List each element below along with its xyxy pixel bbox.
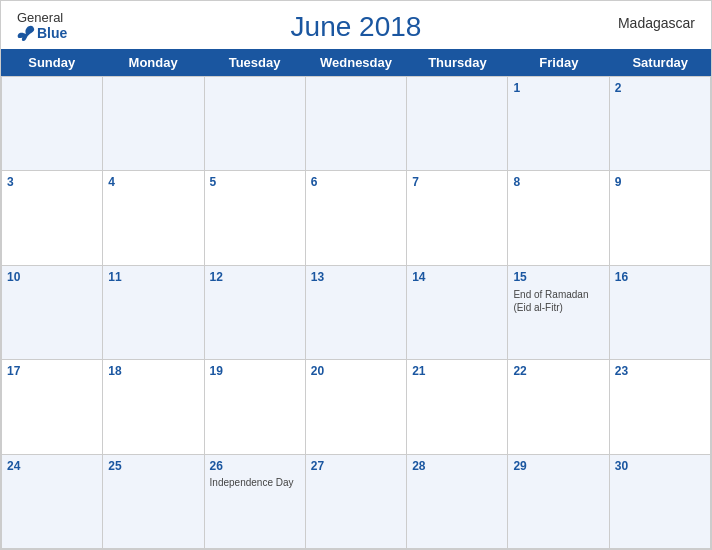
table-row: 27 [306, 455, 407, 549]
cell-date: 16 [615, 269, 705, 286]
day-header-sunday: Sunday [1, 49, 102, 76]
day-header-wednesday: Wednesday [305, 49, 406, 76]
table-row: 2 [610, 77, 711, 171]
cell-date: 23 [615, 363, 705, 380]
cell-date: 4 [108, 174, 198, 191]
cell-date: 12 [210, 269, 300, 286]
cell-date: 21 [412, 363, 502, 380]
day-header-friday: Friday [508, 49, 609, 76]
calendar-grid: 123456789101112131415End of Ramadan (Eid… [1, 76, 711, 549]
calendar-header: General Blue June 2018 Madagascar [1, 1, 711, 49]
table-row: 12 [205, 266, 306, 360]
table-row: 26Independence Day [205, 455, 306, 549]
day-header-monday: Monday [102, 49, 203, 76]
cell-date: 30 [615, 458, 705, 475]
calendar-title: June 2018 [291, 11, 422, 43]
cell-date: 28 [412, 458, 502, 475]
table-row: 17 [2, 360, 103, 454]
table-row [2, 77, 103, 171]
day-header-tuesday: Tuesday [204, 49, 305, 76]
table-row: 13 [306, 266, 407, 360]
table-row: 10 [2, 266, 103, 360]
table-row: 8 [508, 171, 609, 265]
cell-date: 10 [7, 269, 97, 286]
table-row [103, 77, 204, 171]
cell-date: 13 [311, 269, 401, 286]
cell-date: 6 [311, 174, 401, 191]
logo-general-text: General [17, 11, 63, 25]
table-row: 4 [103, 171, 204, 265]
cell-date: 27 [311, 458, 401, 475]
logo-bird-icon [17, 25, 35, 41]
cell-date: 15 [513, 269, 603, 286]
table-row [205, 77, 306, 171]
table-row: 3 [2, 171, 103, 265]
table-row: 6 [306, 171, 407, 265]
cell-date: 3 [7, 174, 97, 191]
cell-date: 20 [311, 363, 401, 380]
day-header-thursday: Thursday [407, 49, 508, 76]
table-row: 19 [205, 360, 306, 454]
cell-date: 24 [7, 458, 97, 475]
logo: General Blue [17, 11, 67, 41]
table-row: 7 [407, 171, 508, 265]
table-row: 5 [205, 171, 306, 265]
cell-date: 5 [210, 174, 300, 191]
cell-date: 25 [108, 458, 198, 475]
cell-date: 11 [108, 269, 198, 286]
calendar-container: General Blue June 2018 Madagascar Sunday… [0, 0, 712, 550]
table-row: 24 [2, 455, 103, 549]
table-row: 20 [306, 360, 407, 454]
cell-date: 26 [210, 458, 300, 475]
table-row: 22 [508, 360, 609, 454]
day-headers-row: Sunday Monday Tuesday Wednesday Thursday… [1, 49, 711, 76]
cell-date: 9 [615, 174, 705, 191]
cell-date: 29 [513, 458, 603, 475]
table-row: 21 [407, 360, 508, 454]
cell-event: Independence Day [210, 476, 300, 489]
cell-date: 7 [412, 174, 502, 191]
cell-date: 18 [108, 363, 198, 380]
table-row: 25 [103, 455, 204, 549]
logo-blue-text: Blue [17, 25, 67, 41]
table-row: 16 [610, 266, 711, 360]
cell-date: 1 [513, 80, 603, 97]
table-row: 14 [407, 266, 508, 360]
cell-date: 17 [7, 363, 97, 380]
table-row: 1 [508, 77, 609, 171]
cell-date: 2 [615, 80, 705, 97]
cell-date: 19 [210, 363, 300, 380]
country-label: Madagascar [618, 15, 695, 31]
table-row: 18 [103, 360, 204, 454]
table-row: 15End of Ramadan (Eid al-Fitr) [508, 266, 609, 360]
table-row [306, 77, 407, 171]
day-header-saturday: Saturday [610, 49, 711, 76]
cell-date: 14 [412, 269, 502, 286]
table-row [407, 77, 508, 171]
table-row: 9 [610, 171, 711, 265]
table-row: 11 [103, 266, 204, 360]
cell-date: 22 [513, 363, 603, 380]
table-row: 28 [407, 455, 508, 549]
table-row: 23 [610, 360, 711, 454]
table-row: 30 [610, 455, 711, 549]
cell-date: 8 [513, 174, 603, 191]
cell-event: End of Ramadan (Eid al-Fitr) [513, 288, 603, 314]
table-row: 29 [508, 455, 609, 549]
